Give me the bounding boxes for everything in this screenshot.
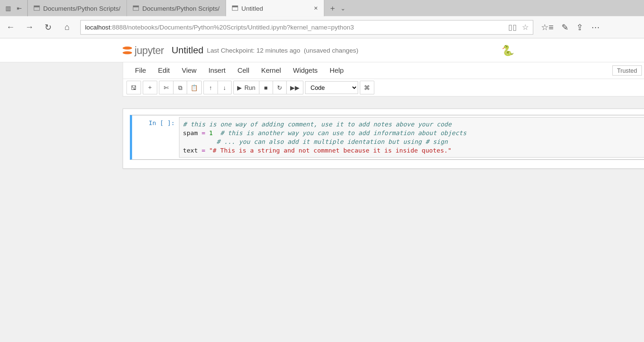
back-icon[interactable]: ← xyxy=(5,22,16,32)
menu-view[interactable]: View xyxy=(176,64,202,77)
tab-0[interactable]: Documents/Python Scripts/ xyxy=(28,0,127,16)
forward-icon[interactable]: → xyxy=(24,22,35,32)
cell-prompt: In [ ]: xyxy=(132,117,179,158)
paste-icon[interactable]: 📋 xyxy=(187,81,201,94)
add-cell-icon[interactable]: ＋ xyxy=(143,81,157,94)
browser-titlebar: ▥ ⇤ Documents/Python Scripts/ Documents/… xyxy=(0,0,644,16)
jupyter-brand: jupyter xyxy=(135,44,164,56)
jupyter-logo[interactable]: jupyter xyxy=(123,44,164,56)
notes-icon[interactable]: ✎ xyxy=(561,22,569,33)
checkpoint-time: Last Checkpoint: 12 minutes ago xyxy=(207,47,300,54)
checkpoint-text: Last Checkpoint: 12 minutes ago (unsaved… xyxy=(207,47,359,54)
code-line4-name: text xyxy=(183,147,198,154)
run-label: Run xyxy=(245,84,256,91)
notebook-area: In [ ]: # this is one way of adding comm… xyxy=(0,97,644,181)
favorites-list-icon[interactable]: ☆≡ xyxy=(541,22,554,33)
code-line2-comment: # this is another way you can use to add… xyxy=(213,129,466,136)
jupyter-header: jupyter Untitled Last Checkpoint: 12 min… xyxy=(0,39,644,62)
more-icon[interactable]: ⋯ xyxy=(591,22,600,33)
menu-widgets[interactable]: Widgets xyxy=(287,64,324,77)
browser-toolbar: ← → ↻ ⌂ localhost:8888/notebooks/Documen… xyxy=(0,16,644,38)
url-host: localhost xyxy=(85,23,110,31)
command-palette-icon[interactable]: ⌘ xyxy=(360,81,374,94)
tab-title: Documents/Python Scripts/ xyxy=(43,4,120,12)
code-line2-name: spam xyxy=(183,129,198,136)
trusted-badge[interactable]: Trusted xyxy=(612,65,642,76)
address-bar[interactable]: localhost:8888/notebooks/Documents/Pytho… xyxy=(80,20,533,34)
menu-kernel[interactable]: Kernel xyxy=(255,64,287,77)
toolbar-right: ☆≡ ✎ ⇪ ⋯ xyxy=(541,22,602,33)
menu-file[interactable]: File xyxy=(129,64,152,77)
share-icon[interactable]: ⇪ xyxy=(576,22,584,33)
home-icon[interactable]: ⌂ xyxy=(61,22,72,32)
jupyter-page: jupyter Untitled Last Checkpoint: 12 min… xyxy=(0,39,644,181)
tab-favicon-icon xyxy=(232,6,238,11)
code-line4-str: "# This is a string and not commnet beca… xyxy=(209,147,451,154)
tab-1[interactable]: Documents/Python Scripts/ xyxy=(127,0,226,16)
menu-insert[interactable]: Insert xyxy=(203,64,232,77)
code-line2-op: = xyxy=(198,129,209,136)
tab-title: Documents/Python Scripts/ xyxy=(142,4,219,12)
refresh-icon[interactable]: ↻ xyxy=(43,22,54,33)
reading-view-icon[interactable]: ▯▯ xyxy=(508,22,517,32)
jupyter-menubar: File Edit View Insert Cell Kernel Widget… xyxy=(123,62,644,79)
tab-title: Untitled xyxy=(241,4,263,12)
code-line1: # this is one way of adding comment, use… xyxy=(183,121,451,128)
move-down-icon[interactable]: ↓ xyxy=(217,81,231,94)
code-input[interactable]: # this is one way of adding comment, use… xyxy=(179,117,644,158)
code-line3: # ... you can also add it multiple ident… xyxy=(183,138,448,145)
cell-type-select[interactable]: Code xyxy=(305,81,358,94)
restart-run-all-icon[interactable]: ▶▶ xyxy=(286,81,303,94)
notebook-panel: In [ ]: # this is one way of adding comm… xyxy=(123,109,644,169)
tabs-dropdown-icon[interactable]: ⌄ xyxy=(340,5,345,11)
addressbar-icons: ▯▯ ☆ xyxy=(508,22,529,32)
menu-cell[interactable]: Cell xyxy=(231,64,255,77)
tab-favicon-icon xyxy=(133,6,139,11)
tabs-overview-icon[interactable]: ▥ xyxy=(3,5,14,11)
python-logo-icon: 🐍 xyxy=(501,44,514,56)
jupyter-toolbar: 🖫 ＋ ✄ ⧉ 📋 ↑ ↓ ▶Run ■ ↻ ▶▶ Code ⌘ xyxy=(123,79,644,97)
tabstrip-extras: ＋ ⌄ xyxy=(324,0,350,16)
copy-icon[interactable]: ⧉ xyxy=(173,81,187,94)
save-icon[interactable]: 🖫 xyxy=(127,81,141,94)
tab-favicon-icon xyxy=(34,6,40,11)
titlebar-left-controls: ▥ ⇤ xyxy=(0,0,28,16)
cut-icon[interactable]: ✄ xyxy=(159,81,173,94)
close-tab-icon[interactable]: × xyxy=(314,4,318,12)
interrupt-icon[interactable]: ■ xyxy=(259,81,273,94)
unsaved-indicator: (unsaved changes) xyxy=(304,47,359,54)
set-aside-tabs-icon[interactable]: ⇤ xyxy=(14,5,25,11)
menu-help[interactable]: Help xyxy=(324,64,350,77)
tab-2-active[interactable]: Untitled × xyxy=(226,0,324,16)
code-line2-num: 1 xyxy=(209,129,213,136)
code-line4-op: = xyxy=(198,147,209,154)
tabstrip: Documents/Python Scripts/ Documents/Pyth… xyxy=(28,0,644,16)
restart-icon[interactable]: ↻ xyxy=(272,81,286,94)
move-up-icon[interactable]: ↑ xyxy=(204,81,218,94)
run-button[interactable]: ▶Run xyxy=(234,81,259,94)
code-cell[interactable]: In [ ]: # this is one way of adding comm… xyxy=(130,115,644,160)
url-path: :8888/notebooks/Documents/Python%20Scrip… xyxy=(110,23,354,31)
favorite-star-icon[interactable]: ☆ xyxy=(522,22,529,32)
menu-edit[interactable]: Edit xyxy=(152,64,176,77)
notebook-title[interactable]: Untitled xyxy=(172,45,204,56)
new-tab-icon[interactable]: ＋ xyxy=(329,3,336,13)
jupyter-logo-icon xyxy=(123,46,132,55)
